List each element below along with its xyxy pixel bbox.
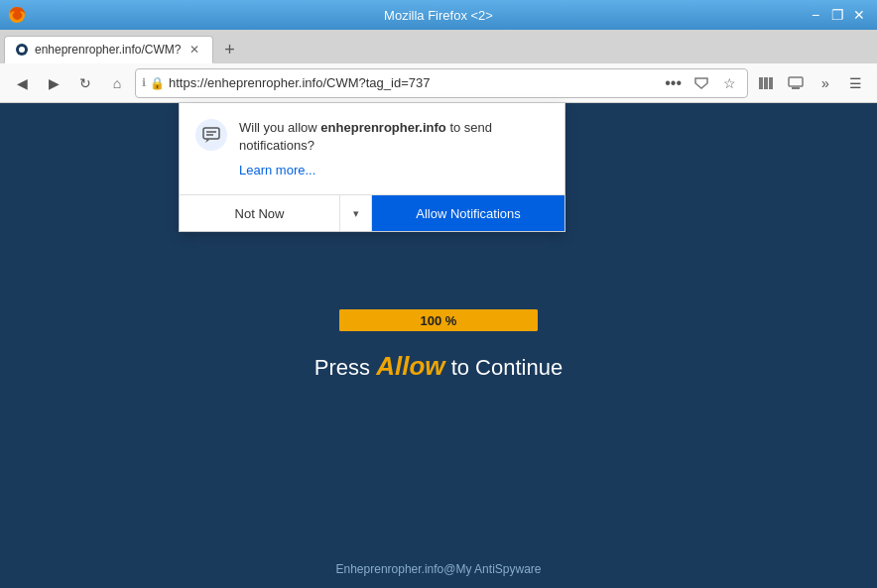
home-button[interactable]: ⌂ (103, 69, 131, 97)
chat-icon (201, 125, 221, 145)
minimize-button[interactable]: − (806, 5, 825, 25)
tab-favicon-icon (15, 43, 29, 57)
progress-text: 100 % (421, 313, 457, 328)
tabbar: enheprenropher.info/CWM? ✕ + (0, 30, 877, 63)
tab-close-button[interactable]: ✕ (187, 42, 202, 58)
svg-rect-4 (764, 77, 768, 89)
popup-body: Will you allow enheprenropher.info to se… (180, 103, 564, 194)
page-center-content: 100 % Press Allow to Continue (314, 309, 563, 382)
popup-message: Will you allow enheprenropher.info to se… (239, 119, 549, 155)
svg-point-2 (19, 47, 25, 53)
not-now-section: Not Now ▾ (180, 195, 372, 231)
address-bar[interactable]: ℹ 🔒 ••• ☆ (135, 68, 748, 98)
overflow-button[interactable]: » (812, 69, 839, 97)
popup-prefix: Will you allow (239, 120, 320, 135)
learn-more-link[interactable]: Learn more... (239, 163, 315, 177)
firefox-icon (8, 6, 26, 24)
new-tab-button[interactable]: + (215, 36, 243, 63)
svg-rect-3 (759, 77, 763, 89)
notification-popup-icon (195, 119, 227, 151)
active-tab[interactable]: enheprenropher.info/CWM? ✕ (4, 36, 213, 63)
progress-bar: 100 % (339, 309, 538, 331)
library-icon (758, 75, 774, 91)
titlebar: Mozilla Firefox <2> − ❐ ✕ (0, 0, 877, 30)
popup-text: Will you allow enheprenropher.info to se… (239, 119, 549, 178)
popup-domain: enheprenropher.info (320, 120, 445, 135)
pocket-icon (693, 75, 709, 91)
svg-rect-7 (792, 87, 800, 89)
bookmark-button[interactable]: ☆ (717, 71, 741, 95)
reload-button[interactable]: ↻ (71, 69, 99, 97)
not-now-button[interactable]: Not Now (180, 195, 340, 231)
press-allow-text: Press Allow to Continue (314, 351, 563, 382)
synced-tabs-icon (788, 75, 804, 91)
titlebar-left (8, 6, 26, 24)
menu-button[interactable]: ☰ (841, 69, 869, 97)
url-input[interactable] (169, 75, 657, 90)
forward-button[interactable]: ▶ (40, 69, 67, 97)
synced-tabs-button[interactable] (782, 69, 810, 97)
svg-rect-8 (203, 128, 219, 139)
to-continue-label: to Continue (445, 355, 564, 380)
allow-word: Allow (376, 351, 444, 381)
allow-notifications-button[interactable]: Allow Notifications (372, 195, 564, 231)
info-icon: ℹ (142, 76, 146, 89)
library-button[interactable] (752, 69, 780, 97)
press-label: Press (314, 355, 376, 380)
notification-popup: Will you allow enheprenropher.info to se… (179, 103, 565, 232)
lock-icon: 🔒 (150, 76, 165, 90)
svg-rect-6 (789, 77, 803, 86)
not-now-dropdown-button[interactable]: ▾ (340, 195, 372, 231)
titlebar-title: Mozilla Firefox <2> (384, 8, 493, 23)
pocket-button[interactable] (689, 71, 713, 95)
popup-buttons: Not Now ▾ Allow Notifications (180, 194, 564, 231)
maximize-button[interactable]: ❐ (827, 5, 847, 25)
address-more-button[interactable]: ••• (661, 72, 686, 94)
browser-content: Will you allow enheprenropher.info to se… (0, 103, 877, 588)
footer-text: Enheprenropher.info@My AntiSpyware (336, 562, 542, 576)
close-button[interactable]: ✕ (849, 5, 869, 25)
tab-title: enheprenropher.info/CWM? (35, 43, 181, 57)
back-button[interactable]: ◀ (8, 69, 36, 97)
toolbar-right: » ☰ (752, 69, 869, 97)
navbar: ◀ ▶ ↻ ⌂ ℹ 🔒 ••• ☆ » ☰ (0, 63, 877, 103)
titlebar-controls: − ❐ ✕ (806, 5, 869, 25)
svg-rect-5 (769, 77, 773, 89)
